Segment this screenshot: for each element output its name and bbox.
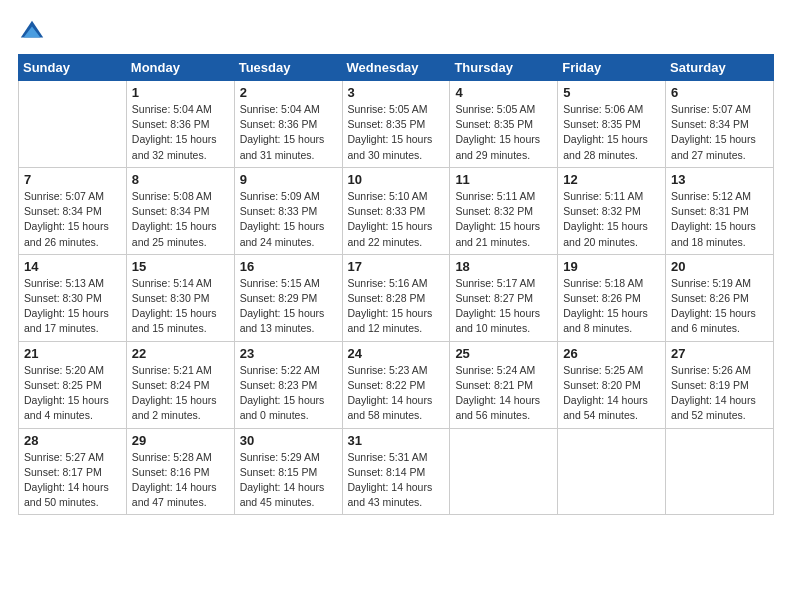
day-cell <box>666 428 774 515</box>
weekday-monday: Monday <box>126 55 234 81</box>
weekday-tuesday: Tuesday <box>234 55 342 81</box>
day-cell <box>19 81 127 168</box>
page: SundayMondayTuesdayWednesdayThursdayFrid… <box>0 0 792 533</box>
day-number: 19 <box>563 259 660 274</box>
weekday-thursday: Thursday <box>450 55 558 81</box>
day-cell: 7Sunrise: 5:07 AM Sunset: 8:34 PM Daylig… <box>19 167 127 254</box>
day-cell: 4Sunrise: 5:05 AM Sunset: 8:35 PM Daylig… <box>450 81 558 168</box>
day-info: Sunrise: 5:17 AM Sunset: 8:27 PM Dayligh… <box>455 276 552 337</box>
day-number: 9 <box>240 172 337 187</box>
day-info: Sunrise: 5:15 AM Sunset: 8:29 PM Dayligh… <box>240 276 337 337</box>
day-info: Sunrise: 5:10 AM Sunset: 8:33 PM Dayligh… <box>348 189 445 250</box>
day-number: 23 <box>240 346 337 361</box>
day-info: Sunrise: 5:24 AM Sunset: 8:21 PM Dayligh… <box>455 363 552 424</box>
day-info: Sunrise: 5:16 AM Sunset: 8:28 PM Dayligh… <box>348 276 445 337</box>
day-number: 8 <box>132 172 229 187</box>
day-cell: 25Sunrise: 5:24 AM Sunset: 8:21 PM Dayli… <box>450 341 558 428</box>
day-info: Sunrise: 5:06 AM Sunset: 8:35 PM Dayligh… <box>563 102 660 163</box>
day-info: Sunrise: 5:07 AM Sunset: 8:34 PM Dayligh… <box>671 102 768 163</box>
day-cell: 14Sunrise: 5:13 AM Sunset: 8:30 PM Dayli… <box>19 254 127 341</box>
day-cell: 21Sunrise: 5:20 AM Sunset: 8:25 PM Dayli… <box>19 341 127 428</box>
day-cell: 26Sunrise: 5:25 AM Sunset: 8:20 PM Dayli… <box>558 341 666 428</box>
day-number: 11 <box>455 172 552 187</box>
day-info: Sunrise: 5:05 AM Sunset: 8:35 PM Dayligh… <box>455 102 552 163</box>
day-cell: 17Sunrise: 5:16 AM Sunset: 8:28 PM Dayli… <box>342 254 450 341</box>
day-number: 3 <box>348 85 445 100</box>
weekday-header-row: SundayMondayTuesdayWednesdayThursdayFrid… <box>19 55 774 81</box>
day-info: Sunrise: 5:23 AM Sunset: 8:22 PM Dayligh… <box>348 363 445 424</box>
day-cell: 18Sunrise: 5:17 AM Sunset: 8:27 PM Dayli… <box>450 254 558 341</box>
weekday-saturday: Saturday <box>666 55 774 81</box>
day-cell: 6Sunrise: 5:07 AM Sunset: 8:34 PM Daylig… <box>666 81 774 168</box>
day-cell: 13Sunrise: 5:12 AM Sunset: 8:31 PM Dayli… <box>666 167 774 254</box>
day-cell: 8Sunrise: 5:08 AM Sunset: 8:34 PM Daylig… <box>126 167 234 254</box>
day-info: Sunrise: 5:08 AM Sunset: 8:34 PM Dayligh… <box>132 189 229 250</box>
day-cell <box>558 428 666 515</box>
day-cell: 16Sunrise: 5:15 AM Sunset: 8:29 PM Dayli… <box>234 254 342 341</box>
day-number: 5 <box>563 85 660 100</box>
day-number: 31 <box>348 433 445 448</box>
day-info: Sunrise: 5:11 AM Sunset: 8:32 PM Dayligh… <box>563 189 660 250</box>
day-info: Sunrise: 5:31 AM Sunset: 8:14 PM Dayligh… <box>348 450 445 511</box>
day-number: 18 <box>455 259 552 274</box>
day-number: 26 <box>563 346 660 361</box>
week-row-2: 7Sunrise: 5:07 AM Sunset: 8:34 PM Daylig… <box>19 167 774 254</box>
day-info: Sunrise: 5:29 AM Sunset: 8:15 PM Dayligh… <box>240 450 337 511</box>
day-number: 27 <box>671 346 768 361</box>
day-cell: 12Sunrise: 5:11 AM Sunset: 8:32 PM Dayli… <box>558 167 666 254</box>
week-row-5: 28Sunrise: 5:27 AM Sunset: 8:17 PM Dayli… <box>19 428 774 515</box>
day-cell: 23Sunrise: 5:22 AM Sunset: 8:23 PM Dayli… <box>234 341 342 428</box>
day-cell: 28Sunrise: 5:27 AM Sunset: 8:17 PM Dayli… <box>19 428 127 515</box>
day-info: Sunrise: 5:20 AM Sunset: 8:25 PM Dayligh… <box>24 363 121 424</box>
logo <box>18 18 50 46</box>
day-info: Sunrise: 5:11 AM Sunset: 8:32 PM Dayligh… <box>455 189 552 250</box>
day-cell: 11Sunrise: 5:11 AM Sunset: 8:32 PM Dayli… <box>450 167 558 254</box>
day-cell: 31Sunrise: 5:31 AM Sunset: 8:14 PM Dayli… <box>342 428 450 515</box>
day-number: 20 <box>671 259 768 274</box>
day-number: 13 <box>671 172 768 187</box>
day-info: Sunrise: 5:13 AM Sunset: 8:30 PM Dayligh… <box>24 276 121 337</box>
day-number: 6 <box>671 85 768 100</box>
day-cell: 22Sunrise: 5:21 AM Sunset: 8:24 PM Dayli… <box>126 341 234 428</box>
day-number: 7 <box>24 172 121 187</box>
day-cell: 19Sunrise: 5:18 AM Sunset: 8:26 PM Dayli… <box>558 254 666 341</box>
weekday-wednesday: Wednesday <box>342 55 450 81</box>
week-row-1: 1Sunrise: 5:04 AM Sunset: 8:36 PM Daylig… <box>19 81 774 168</box>
day-number: 22 <box>132 346 229 361</box>
day-info: Sunrise: 5:12 AM Sunset: 8:31 PM Dayligh… <box>671 189 768 250</box>
weekday-friday: Friday <box>558 55 666 81</box>
day-info: Sunrise: 5:05 AM Sunset: 8:35 PM Dayligh… <box>348 102 445 163</box>
day-cell: 9Sunrise: 5:09 AM Sunset: 8:33 PM Daylig… <box>234 167 342 254</box>
day-info: Sunrise: 5:04 AM Sunset: 8:36 PM Dayligh… <box>240 102 337 163</box>
week-row-3: 14Sunrise: 5:13 AM Sunset: 8:30 PM Dayli… <box>19 254 774 341</box>
day-number: 1 <box>132 85 229 100</box>
day-info: Sunrise: 5:07 AM Sunset: 8:34 PM Dayligh… <box>24 189 121 250</box>
day-number: 2 <box>240 85 337 100</box>
day-info: Sunrise: 5:19 AM Sunset: 8:26 PM Dayligh… <box>671 276 768 337</box>
day-cell: 3Sunrise: 5:05 AM Sunset: 8:35 PM Daylig… <box>342 81 450 168</box>
day-info: Sunrise: 5:14 AM Sunset: 8:30 PM Dayligh… <box>132 276 229 337</box>
day-number: 16 <box>240 259 337 274</box>
day-info: Sunrise: 5:22 AM Sunset: 8:23 PM Dayligh… <box>240 363 337 424</box>
day-info: Sunrise: 5:25 AM Sunset: 8:20 PM Dayligh… <box>563 363 660 424</box>
logo-icon <box>18 18 46 46</box>
day-number: 24 <box>348 346 445 361</box>
day-cell: 2Sunrise: 5:04 AM Sunset: 8:36 PM Daylig… <box>234 81 342 168</box>
weekday-sunday: Sunday <box>19 55 127 81</box>
day-cell: 20Sunrise: 5:19 AM Sunset: 8:26 PM Dayli… <box>666 254 774 341</box>
day-number: 25 <box>455 346 552 361</box>
day-info: Sunrise: 5:18 AM Sunset: 8:26 PM Dayligh… <box>563 276 660 337</box>
day-info: Sunrise: 5:21 AM Sunset: 8:24 PM Dayligh… <box>132 363 229 424</box>
day-cell: 10Sunrise: 5:10 AM Sunset: 8:33 PM Dayli… <box>342 167 450 254</box>
day-number: 21 <box>24 346 121 361</box>
day-cell: 30Sunrise: 5:29 AM Sunset: 8:15 PM Dayli… <box>234 428 342 515</box>
day-number: 10 <box>348 172 445 187</box>
week-row-4: 21Sunrise: 5:20 AM Sunset: 8:25 PM Dayli… <box>19 341 774 428</box>
day-number: 29 <box>132 433 229 448</box>
day-number: 28 <box>24 433 121 448</box>
day-info: Sunrise: 5:09 AM Sunset: 8:33 PM Dayligh… <box>240 189 337 250</box>
day-number: 15 <box>132 259 229 274</box>
day-cell: 1Sunrise: 5:04 AM Sunset: 8:36 PM Daylig… <box>126 81 234 168</box>
day-cell: 24Sunrise: 5:23 AM Sunset: 8:22 PM Dayli… <box>342 341 450 428</box>
day-cell <box>450 428 558 515</box>
